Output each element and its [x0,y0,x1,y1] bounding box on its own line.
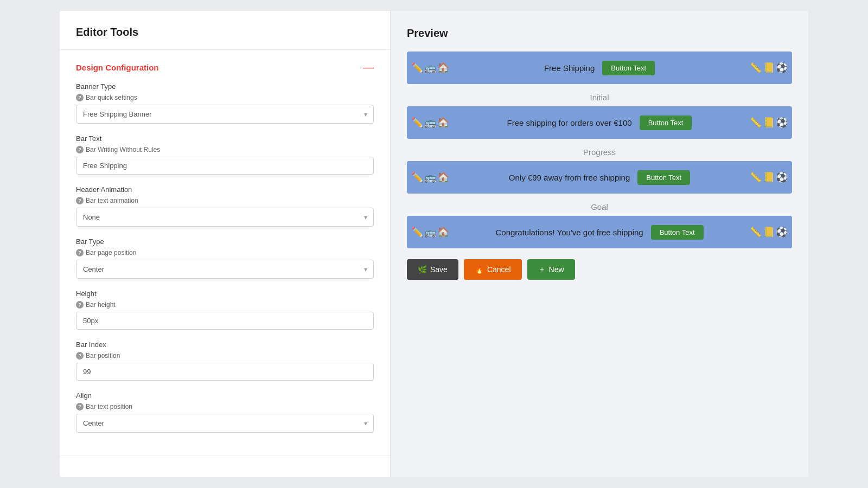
header-animation-select-wrap: None Slide Fade Bounce ▾ [76,208,374,227]
main-container: Editor Tools Design Configuration — Bann… [60,11,808,477]
bar-text-label: Bar Text [76,134,374,143]
section-title: Design Configuration [76,63,159,72]
bar-index-hint: ? Bar position [76,352,374,359]
banner-bar-4: ✏️ 🚌 🏠 Congratulations! You've got free … [407,216,792,248]
banner-type-field: Banner Type ? Bar quick settings Free Sh… [76,82,374,124]
banner-bar-2: ✏️ 🚌 🏠 Free shipping for orders over €10… [407,106,792,139]
banner-type-select-wrap: Free Shipping Banner Sale Banner Announc… [76,105,374,124]
bar-text-hint-icon: ? [76,146,84,153]
preview-banner-1: ✏️ 🚌 🏠 Free Shipping Button Text 📏 📒 ⚽ [407,52,792,84]
save-leaf-icon: 🌿 [418,265,427,274]
banner-bar-inner-4: Congratulations! You've got free shippin… [495,225,703,240]
notebook-icon-3: 📒 [763,171,775,183]
ruler-icon: 📏 [750,62,762,74]
preview-banner-4: Goal ✏️ 🚌 🏠 Congratulations! You've got … [407,202,792,248]
header-animation-hint-text: Bar text animation [86,197,138,204]
banner-type-select[interactable]: Free Shipping Banner Sale Banner Announc… [76,105,374,124]
banner-deco-left-3: ✏️ 🚌 🏠 [407,161,472,194]
height-hint-text: Bar height [86,301,116,309]
banner-button-4[interactable]: Button Text [651,225,704,240]
notebook-icon: 📒 [763,62,775,74]
bar-type-hint-text: Bar page position [86,249,136,256]
height-input[interactable] [76,312,374,330]
align-hint: ? Bar text position [76,403,374,410]
pencil-icon-2: ✏️ [411,117,423,129]
banner-bar-inner-3: Only €99 away from free shipping Button … [509,170,690,185]
section-collapse-button[interactable]: — [363,62,374,73]
banner-type-hint-icon: ? [76,94,84,101]
banner-button-3[interactable]: Button Text [637,170,690,185]
bar-text-hint: ? Bar Writing Without Rules [76,146,374,153]
align-select-wrap: Center Left Right ▾ [76,414,374,433]
banner-deco-left-1: ✏️ 🚌 🏠 [407,52,472,84]
header-animation-select[interactable]: None Slide Fade Bounce [76,208,374,227]
new-label: New [549,265,564,274]
save-label: Save [430,265,448,274]
design-configuration-section: Design Configuration — Banner Type ? Bar… [60,50,390,456]
banner-deco-left-4: ✏️ 🚌 🏠 [407,216,472,248]
banner-4-label: Goal [407,202,792,211]
preview-title: Preview [407,27,792,40]
bar-type-hint-icon: ? [76,249,84,256]
new-button[interactable]: ＋ New [527,259,575,280]
soccer-icon-2: ⚽ [776,117,788,129]
action-bar: 🌿 Save 🔥 Cancel ＋ New [407,259,792,280]
align-label: Align [76,391,374,400]
banner-bar-1: ✏️ 🚌 🏠 Free Shipping Button Text 📏 📒 ⚽ [407,52,792,84]
banner-text-1: Free Shipping [544,63,595,73]
bar-type-select[interactable]: Center Top Bottom Floating [76,260,374,279]
banner-deco-left-2: ✏️ 🚌 🏠 [407,106,472,139]
bar-text-input[interactable] [76,157,374,175]
banner-button-1[interactable]: Button Text [602,61,655,75]
header-animation-field: Header Animation ? Bar text animation No… [76,185,374,227]
right-panel: Preview ✏️ 🚌 🏠 Free Shipping Button Text… [391,11,808,477]
pencil-icon: ✏️ [411,62,423,74]
ruler-icon-4: 📏 [750,226,762,238]
bar-type-hint: ? Bar page position [76,249,374,256]
bar-index-hint-icon: ? [76,352,84,359]
cancel-label: Cancel [487,265,511,274]
preview-banner-2: Initial ✏️ 🚌 🏠 Free shipping for orders … [407,93,792,139]
banner-3-label: Progress [407,147,792,157]
align-select[interactable]: Center Left Right [76,414,374,433]
soccer-icon: ⚽ [776,62,788,74]
banner-bar-inner-2: Free shipping for orders over €100 Butto… [507,115,692,130]
banner-type-label: Banner Type [76,82,374,91]
bus-icon-3: 🚌 [424,171,436,183]
banner-type-hint: ? Bar quick settings [76,94,374,101]
editor-tools-title: Editor Tools [76,26,138,38]
left-panel: Editor Tools Design Configuration — Bann… [60,11,391,477]
section-header: Design Configuration — [76,62,374,73]
banner-bar-inner-1: Free Shipping Button Text [544,61,655,75]
save-button[interactable]: 🌿 Save [407,259,458,280]
soccer-icon-3: ⚽ [776,171,788,183]
pencil-icon-3: ✏️ [411,171,423,183]
new-plus-icon: ＋ [538,265,546,274]
banner-button-2[interactable]: Button Text [640,115,692,130]
align-hint-icon: ? [76,403,84,410]
banner-deco-right-2: 📏 📒 ⚽ [727,106,792,139]
cancel-button[interactable]: 🔥 Cancel [464,259,522,280]
height-hint-icon: ? [76,301,84,309]
align-hint-text: Bar text position [86,403,132,410]
house-icon-2: 🏠 [437,117,449,129]
header-animation-label: Header Animation [76,185,374,194]
pencil-icon-4: ✏️ [411,226,423,238]
banner-text-4: Congratulations! You've got free shippin… [495,228,643,237]
bus-icon: 🚌 [424,62,436,74]
bus-icon-4: 🚌 [424,226,436,238]
bar-type-label: Bar Type [76,237,374,246]
bar-index-input[interactable] [76,363,374,381]
bar-type-field: Bar Type ? Bar page position Center Top … [76,237,374,279]
banner-text-2: Free shipping for orders over €100 [507,118,632,127]
house-icon: 🏠 [437,62,449,74]
banner-2-label: Initial [407,93,792,102]
align-field: Align ? Bar text position Center Left Ri… [76,391,374,433]
height-hint: ? Bar height [76,301,374,309]
bar-index-hint-text: Bar position [86,352,120,359]
cancel-flame-icon: 🔥 [475,265,484,274]
banner-deco-right-4: 📏 📒 ⚽ [727,216,792,248]
height-field: Height ? Bar height [76,290,374,330]
banner-deco-right-1: 📏 📒 ⚽ [727,52,792,84]
preview-banner-3: Progress ✏️ 🚌 🏠 Only €99 away from free … [407,147,792,194]
